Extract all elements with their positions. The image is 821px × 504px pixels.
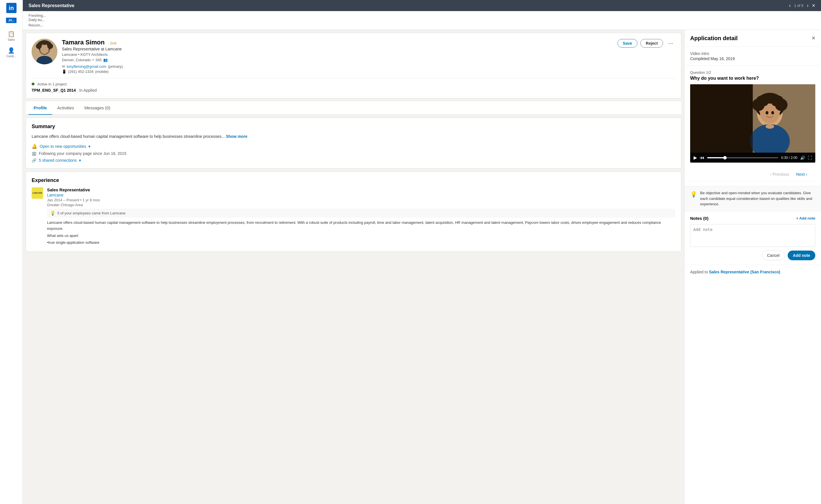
linkedin-logo[interactable]: in xyxy=(6,3,17,13)
save-button[interactable]: Save xyxy=(618,39,638,48)
open-to-opportunities-row[interactable]: 🔔 Open to new opportunities ▾ xyxy=(32,144,675,149)
opportunity-icon: 🔔 xyxy=(32,144,37,149)
note-input[interactable] xyxy=(690,224,815,247)
sidebar-sales-label: Sales xyxy=(8,38,15,41)
experience-details: Sales Representative Lamcane Jan 2014 – … xyxy=(47,187,675,246)
sidebar: in JO... 📋 Sales 👤 Candi... xyxy=(0,0,23,504)
tab-messages[interactable]: Messages (0) xyxy=(79,101,115,115)
chevron-down-icon: ▾ xyxy=(88,144,90,149)
exp-what-sets-apart: What sets us apart: xyxy=(47,233,675,239)
people-icon: 👥 xyxy=(103,58,108,62)
lightbulb-icon: 💡 xyxy=(50,210,56,216)
notes-header: Notes (0) + Add note xyxy=(690,216,815,221)
video-thumbnail xyxy=(690,84,815,153)
svg-rect-29 xyxy=(690,84,753,153)
active-label: Active in 1 project xyxy=(37,82,67,86)
top-bar: Sales Representative ‹ 1 of 5 › × xyxy=(23,0,821,11)
sub-header-line2: Daily bu... xyxy=(28,18,815,22)
video-progress-thumb xyxy=(723,156,727,159)
jobs-label: JO... xyxy=(6,18,17,23)
prev-candidate-button[interactable]: ‹ xyxy=(789,3,791,9)
video-restart-button[interactable]: ⏮ xyxy=(700,155,705,160)
more-options-button[interactable]: ··· xyxy=(666,39,675,48)
video-progress-bar[interactable] xyxy=(707,157,778,158)
exp-company-link[interactable]: Lamcane xyxy=(47,193,675,197)
app-detail-close-button[interactable]: × xyxy=(812,34,815,42)
summary-title: Summary xyxy=(32,124,675,130)
connections-chevron-icon: ▾ xyxy=(79,158,81,163)
phone-icon: 📱 xyxy=(62,69,66,74)
shared-connections-row[interactable]: 🔗 5 shared connections ▾ xyxy=(32,158,675,163)
next-candidate-button[interactable]: › xyxy=(807,3,808,9)
video-progress-fill xyxy=(707,157,725,158)
applied-job-link[interactable]: Sales Representative (San Francisco) xyxy=(709,270,780,274)
sales-icon: 📋 xyxy=(8,30,15,37)
video-volume-button[interactable]: 🔊 xyxy=(800,155,805,160)
app-detail-title: Application detail xyxy=(690,35,738,42)
reject-button[interactable]: Reject xyxy=(640,39,663,48)
top-bar-navigation: ‹ 1 of 5 › × xyxy=(789,2,815,9)
summary-text: Lamcane offers cloud-based human capital… xyxy=(32,134,675,140)
connections-label: 5 shared connections xyxy=(39,158,77,163)
sidebar-item-sales[interactable]: 📋 Sales xyxy=(0,28,23,44)
sidebar-item-candidates[interactable]: 👤 Candi... xyxy=(0,44,23,61)
bullet-separator: • xyxy=(92,58,94,62)
following-label: Following your company page since Jun 16… xyxy=(39,151,126,156)
svg-point-10 xyxy=(42,40,47,45)
video-fullscreen-button[interactable]: ⛶ xyxy=(808,155,812,160)
svg-point-23 xyxy=(771,98,780,106)
video-play-button[interactable]: ▶ xyxy=(694,155,697,160)
profile-companies: Lamcane • KGTY Architects xyxy=(62,52,123,57)
content-area: Tamara Simon · 2nd Sales Representative … xyxy=(23,30,821,504)
exp-description: Lamcane offers cloud-based human capital… xyxy=(47,220,675,246)
tip-icon: 💡 xyxy=(690,191,697,207)
add-note-link[interactable]: + Add note xyxy=(796,216,815,220)
video-controls: ▶ ⏮ 0:30 / 2:00 🔊 ⛶ xyxy=(690,153,815,163)
profile-phone: 📱 (291) 452-1334 (mobile) xyxy=(62,69,123,74)
svg-point-9 xyxy=(46,42,51,46)
profile-tabs: Profile Activities Messages (0) xyxy=(26,101,681,115)
sub-header-recommend: Recom... xyxy=(28,23,815,27)
tab-activities[interactable]: Activities xyxy=(52,101,79,115)
exp-dates: Jan 2014 – Present • 1 yr 8 mos xyxy=(47,198,675,202)
lamcane-logo: LAMCANE xyxy=(32,191,43,195)
experience-item: LAMCANE Sales Representative Lamcane Jan… xyxy=(32,187,675,246)
application-detail-panel: Application detail × Video intro Complet… xyxy=(684,30,821,504)
project-stage: In Applied xyxy=(79,88,97,93)
svg-point-28 xyxy=(771,111,774,114)
previous-question-button[interactable]: ‹ Previous xyxy=(768,171,791,178)
video-player: ▶ ⏮ 0:30 / 2:00 🔊 ⛶ xyxy=(690,84,815,163)
next-question-button[interactable]: Next › xyxy=(794,171,810,178)
profile-header: Tamara Simon · 2nd Sales Representative … xyxy=(32,39,675,75)
pagination-label: 1 of 5 xyxy=(794,3,804,8)
exp-location: Greater Chicago Area xyxy=(47,203,675,207)
exp-role: Sales Representative xyxy=(47,187,675,192)
profile-location: Denver, Colorado • 345 👥 xyxy=(62,58,123,62)
svg-point-22 xyxy=(760,98,769,106)
active-project: Active in 1 project TPM_ENG_SF_Q1 2014 I… xyxy=(32,78,675,93)
summary-section: Summary Lamcane offers cloud-based human… xyxy=(26,118,681,169)
exp-bullet: •true single-application software xyxy=(47,240,675,246)
video-completed: Completed May 16, 2019 xyxy=(690,56,815,61)
question-section: Question 1/2 Why do you want to work her… xyxy=(685,66,821,186)
video-intro-label: Video intro xyxy=(690,51,815,56)
candidates-icon: 👤 xyxy=(8,47,15,54)
sub-header-line1: Freshing... xyxy=(28,13,815,18)
email-icon: ✉ xyxy=(62,64,65,69)
tab-profile[interactable]: Profile xyxy=(28,101,52,115)
svg-point-8 xyxy=(38,42,42,46)
notes-title: Notes (0) xyxy=(690,216,708,221)
question-text: Why do you want to work here? xyxy=(690,76,815,81)
project-info: TPM_ENG_SF_Q1 2014 In Applied xyxy=(32,88,675,93)
close-modal-button[interactable]: × xyxy=(812,2,815,9)
avatar xyxy=(32,39,57,64)
add-note-button[interactable]: Add note xyxy=(788,251,815,260)
cancel-note-button[interactable]: Cancel xyxy=(762,251,785,260)
profile-info: Tamara Simon · 2nd Sales Representative … xyxy=(62,39,675,75)
show-more-button[interactable]: Show more xyxy=(226,134,247,139)
main-content: Sales Representative ‹ 1 of 5 › × Freshi… xyxy=(23,0,821,504)
question-label: Question 1/2 xyxy=(690,70,815,75)
company-logo: LAMCANE xyxy=(32,187,43,199)
video-intro-section: Video intro Completed May 16, 2019 xyxy=(685,47,821,66)
profile-name: Tamara Simon · 2nd xyxy=(62,39,123,46)
